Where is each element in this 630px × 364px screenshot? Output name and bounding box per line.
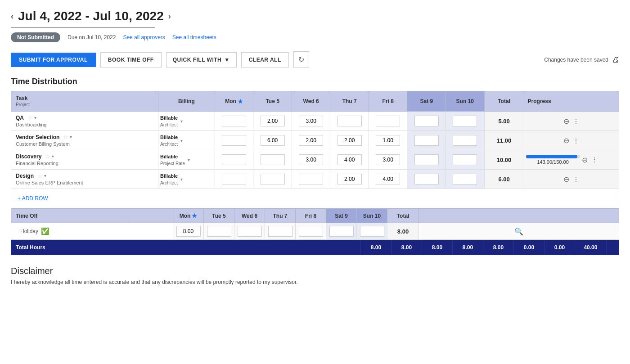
task-tue-cell-qa[interactable]: [253, 112, 292, 131]
holiday-sat-input[interactable]: [329, 226, 354, 237]
task-thu-cell-qa[interactable]: [330, 112, 369, 131]
holiday-action-cell[interactable]: 🔍: [419, 223, 619, 240]
holiday-sun-cell[interactable]: [357, 223, 387, 240]
more-options-icon-vendor[interactable]: ⋮: [573, 137, 579, 144]
task-tue-cell-vendor[interactable]: [253, 131, 292, 150]
more-options-icon-qa[interactable]: ⋮: [573, 118, 579, 125]
task-mon-cell-vendor[interactable]: [215, 131, 253, 150]
task-thu-input-discovery[interactable]: [338, 154, 362, 165]
task-mon-cell-design[interactable]: [215, 170, 253, 189]
task-sun-cell-vendor[interactable]: [446, 131, 485, 150]
holiday-mon-cell[interactable]: [173, 223, 204, 240]
task-tue-cell-design[interactable]: [253, 170, 292, 189]
quick-fill-button[interactable]: QUICK FILL WITH ▼: [166, 52, 237, 67]
billing-chevron-icon[interactable]: ▾: [180, 177, 183, 182]
task-sun-input-design[interactable]: [453, 174, 477, 184]
task-sun-input-qa[interactable]: [453, 116, 477, 126]
task-sun-cell-design[interactable]: [446, 170, 485, 189]
more-options-icon-discovery[interactable]: ⋮: [591, 156, 598, 163]
task-fri-cell-discovery[interactable]: [369, 150, 407, 170]
holiday-fri-input[interactable]: [299, 226, 323, 237]
see-all-timesheets-link[interactable]: See all timesheets: [172, 34, 216, 40]
task-sat-cell-qa[interactable]: [407, 112, 446, 131]
task-star-icon[interactable]: ☆: [27, 114, 33, 121]
task-fri-input-qa[interactable]: [376, 116, 400, 126]
task-sun-input-vendor[interactable]: [453, 135, 477, 146]
task-chevron-icon[interactable]: ▾: [52, 154, 54, 159]
task-star-icon[interactable]: ☆: [37, 172, 43, 179]
task-wed-cell-discovery[interactable]: [292, 150, 330, 170]
holiday-tue-cell[interactable]: [204, 223, 234, 240]
remove-row-icon-discovery[interactable]: ⊖: [582, 156, 588, 164]
task-wed-cell-qa[interactable]: [292, 112, 330, 131]
task-thu-input-qa[interactable]: [338, 116, 362, 126]
task-sat-cell-discovery[interactable]: [407, 150, 446, 170]
task-sun-input-discovery[interactable]: [453, 154, 477, 165]
task-wed-cell-design[interactable]: [292, 170, 330, 189]
task-wed-input-qa[interactable]: [299, 116, 323, 126]
task-mon-cell-qa[interactable]: [215, 112, 253, 131]
task-fri-cell-vendor[interactable]: [369, 131, 407, 150]
holiday-thu-input[interactable]: [268, 226, 292, 237]
task-wed-cell-vendor[interactable]: [292, 131, 330, 150]
task-mon-input-vendor[interactable]: [222, 135, 246, 146]
task-tue-input-design[interactable]: [261, 174, 285, 184]
task-thu-input-design[interactable]: [338, 174, 362, 184]
holiday-thu-cell[interactable]: [265, 223, 296, 240]
task-tue-input-discovery[interactable]: [261, 154, 285, 165]
task-star-icon[interactable]: ☆: [45, 153, 50, 160]
remove-row-icon-design[interactable]: ⊖: [563, 175, 569, 183]
task-chevron-icon[interactable]: ▾: [44, 173, 46, 178]
task-sun-cell-discovery[interactable]: [446, 150, 485, 170]
task-sat-input-design[interactable]: [414, 174, 439, 184]
task-mon-cell-discovery[interactable]: [215, 150, 253, 170]
task-mon-input-qa[interactable]: [222, 116, 246, 126]
task-star-icon[interactable]: ☆: [63, 134, 68, 140]
task-thu-cell-vendor[interactable]: [330, 131, 369, 150]
holiday-fri-cell[interactable]: [296, 223, 326, 240]
task-sat-cell-design[interactable]: [407, 170, 446, 189]
task-sat-input-qa[interactable]: [414, 116, 439, 126]
task-tue-input-qa[interactable]: [261, 116, 285, 126]
task-fri-cell-design[interactable]: [369, 170, 407, 189]
holiday-wed-cell[interactable]: [234, 223, 265, 240]
task-thu-input-vendor[interactable]: [338, 135, 362, 146]
holiday-mon-input[interactable]: [176, 226, 201, 237]
task-sat-cell-vendor[interactable]: [407, 131, 446, 150]
task-chevron-icon[interactable]: ▾: [70, 135, 72, 139]
more-options-icon-design[interactable]: ⋮: [573, 176, 579, 183]
next-week-arrow[interactable]: ›: [168, 12, 171, 21]
remove-row-icon-qa[interactable]: ⊖: [563, 117, 569, 125]
task-wed-input-design[interactable]: [299, 174, 323, 184]
submit-for-approval-button[interactable]: SUBMIT FOR APPROVAL: [11, 53, 96, 67]
holiday-tue-input[interactable]: [207, 226, 231, 237]
task-fri-input-discovery[interactable]: [376, 154, 400, 165]
task-chevron-icon[interactable]: ▾: [34, 115, 36, 120]
task-wed-input-vendor[interactable]: [299, 135, 323, 146]
task-sat-input-discovery[interactable]: [414, 154, 439, 165]
task-thu-cell-design[interactable]: [330, 170, 369, 189]
book-time-off-button[interactable]: BOOK TIME OFF: [100, 52, 162, 67]
task-sat-input-vendor[interactable]: [414, 135, 439, 146]
task-sun-cell-qa[interactable]: [446, 112, 485, 131]
add-row-link[interactable]: + ADD ROW: [13, 192, 53, 205]
billing-chevron-icon[interactable]: ▾: [180, 138, 183, 143]
task-fri-cell-qa[interactable]: [369, 112, 407, 131]
task-mon-input-discovery[interactable]: [222, 154, 246, 165]
task-mon-input-design[interactable]: [222, 174, 246, 184]
holiday-wed-input[interactable]: [238, 226, 262, 237]
holiday-sat-cell[interactable]: [326, 223, 357, 240]
billing-chevron-icon[interactable]: ▾: [188, 157, 190, 162]
remove-row-icon-vendor[interactable]: ⊖: [563, 137, 569, 144]
task-tue-cell-discovery[interactable]: [253, 150, 292, 170]
billing-chevron-icon[interactable]: ▾: [180, 119, 183, 124]
task-fri-input-vendor[interactable]: [376, 135, 400, 146]
print-icon[interactable]: 🖨: [612, 56, 619, 64]
task-wed-input-discovery[interactable]: [299, 154, 323, 165]
clear-all-button[interactable]: CLEAR ALL: [241, 52, 289, 67]
task-fri-input-design[interactable]: [376, 174, 400, 184]
see-all-approvers-link[interactable]: See all approvers: [123, 34, 165, 40]
task-tue-input-vendor[interactable]: [261, 135, 285, 146]
holiday-sun-input[interactable]: [360, 226, 384, 237]
prev-week-arrow[interactable]: ‹: [11, 12, 14, 21]
